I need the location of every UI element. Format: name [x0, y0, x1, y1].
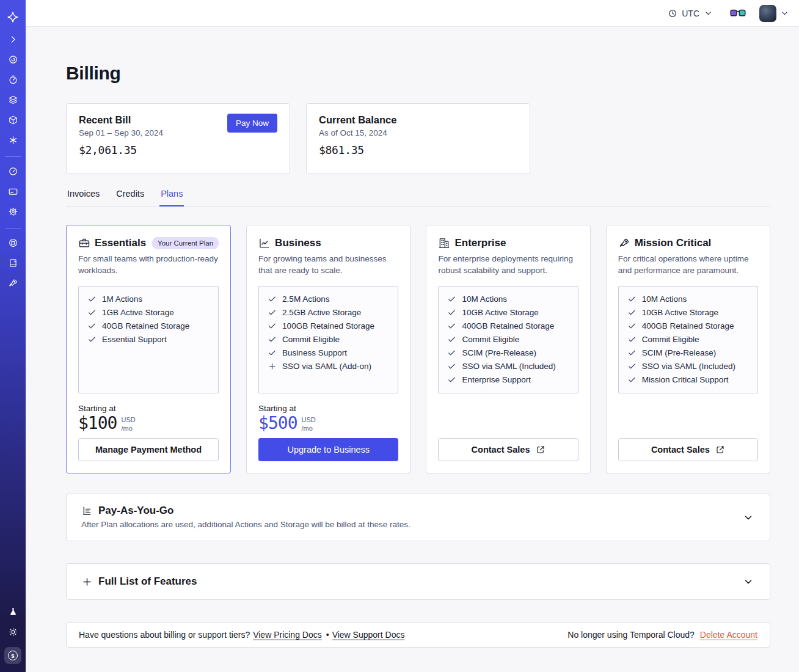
- chevron-down-icon: [780, 9, 789, 18]
- sidebar-item-flask-icon[interactable]: [8, 607, 18, 617]
- footer-bar: Have questions about billing or support …: [66, 622, 770, 648]
- sidebar-item-gear-icon[interactable]: [8, 206, 18, 217]
- sidebar-item-sun-icon[interactable]: [8, 627, 18, 637]
- check-icon: [87, 308, 97, 317]
- feature-item: 10M Actions: [447, 294, 569, 304]
- recent-bill-card: Recent Bill Sep 01 – Sep 30, 2024 $2,061…: [66, 103, 290, 174]
- plan-card-essentials: Essentials Your Current Plan For small t…: [66, 225, 231, 473]
- section-title: Pay-As-You-Go: [98, 505, 173, 517]
- plan-description: For growing teams and businesses that ar…: [258, 254, 398, 277]
- sidebar-item-spiral-icon[interactable]: [8, 54, 18, 65]
- section-title: Full List of Features: [98, 575, 197, 588]
- check-icon: [268, 321, 277, 331]
- sidebar-divider: [5, 156, 21, 157]
- view-pricing-docs-link[interactable]: View Pricing Docs: [253, 630, 322, 640]
- billing-tabs: Invoices Credits Plans: [66, 189, 770, 206]
- feature-item: 400GB Retained Storage: [627, 321, 749, 331]
- check-icon: [87, 294, 97, 304]
- plan-price: $100: [78, 414, 117, 433]
- sidebar: $: [0, 0, 26, 672]
- feature-item: Business Support: [268, 348, 389, 357]
- view-support-docs-link[interactable]: View Support Docs: [332, 630, 405, 640]
- sidebar-item-cube-icon[interactable]: [8, 115, 18, 125]
- pay-now-button[interactable]: Pay Now: [227, 114, 277, 133]
- plan-name: Business: [275, 237, 321, 249]
- sidebar-item-asterisk-icon[interactable]: [8, 135, 18, 145]
- sidebar-item-rocket-icon[interactable]: [8, 278, 18, 288]
- chevron-down-icon[interactable]: [743, 512, 754, 523]
- external-link-icon: [536, 445, 545, 455]
- feature-item: 40GB Retained Storage: [87, 321, 210, 331]
- check-icon: [447, 294, 456, 304]
- sidebar-item-gauge-icon[interactable]: [8, 166, 18, 177]
- upgrade-to-business-button[interactable]: Upgrade to Business: [258, 438, 398, 461]
- full-features-section[interactable]: Full List of Features: [66, 563, 770, 600]
- temporal-logo-icon[interactable]: [7, 11, 19, 23]
- contact-sales-button[interactable]: Contact Sales: [438, 438, 578, 461]
- check-icon: [627, 375, 637, 384]
- sidebar-item-lifebuoy-icon[interactable]: [8, 238, 18, 248]
- footer-delete: No longer using Temporal Cloud?Delete Ac…: [567, 630, 757, 640]
- check-icon: [268, 335, 277, 344]
- footer-separator: •: [326, 630, 329, 640]
- feature-item: 1M Actions: [87, 294, 210, 304]
- feature-item: 100GB Retained Storage: [268, 321, 389, 331]
- sidebar-item-layers-icon[interactable]: [8, 95, 18, 105]
- glasses-icon[interactable]: [730, 9, 746, 18]
- sidebar-item-book-icon[interactable]: [8, 258, 18, 268]
- main-content: Billing Recent Bill Sep 01 – Sep 30, 202…: [26, 27, 799, 648]
- feature-item: 10M Actions: [627, 294, 749, 304]
- current-balance-title: Current Balance: [319, 114, 517, 126]
- check-icon: [627, 308, 637, 317]
- check-icon: [447, 335, 456, 344]
- plan-name: Essentials: [95, 237, 146, 249]
- plus-icon: [81, 576, 93, 588]
- feature-item: Commit Eligible: [447, 335, 569, 344]
- tab-invoices[interactable]: Invoices: [66, 189, 101, 206]
- starting-at-label: Starting at: [258, 404, 398, 413]
- feature-item: SCIM (Pre-Release): [447, 348, 569, 357]
- summary-row: Recent Bill Sep 01 – Sep 30, 2024 $2,061…: [66, 103, 770, 174]
- rocket-icon: [618, 237, 630, 249]
- timezone-selector[interactable]: UTC: [668, 9, 713, 18]
- topbar: UTC: [26, 0, 799, 27]
- check-icon: [447, 321, 456, 331]
- feature-item: 10GB Active Storage: [447, 308, 569, 317]
- footer-help: Have questions about billing or support …: [79, 630, 407, 640]
- contact-sales-button[interactable]: Contact Sales: [618, 438, 758, 461]
- plan-feature-box: 2.5M Actions 2.5GB Active Storage 100GB …: [258, 286, 398, 393]
- plus-icon: [268, 362, 277, 371]
- account-menu[interactable]: [759, 5, 789, 22]
- sidebar-item-billing-active[interactable]: $: [4, 647, 21, 664]
- sidebar-expand-chevron-right-icon[interactable]: [8, 34, 18, 45]
- check-icon: [268, 348, 277, 357]
- sidebar-divider: [5, 228, 21, 228]
- feature-item: Commit Eligible: [268, 335, 389, 344]
- check-icon: [268, 294, 277, 304]
- feature-item: SSO via SAML (Included): [447, 362, 569, 371]
- section-subtitle: After Plan allocations are used, additio…: [81, 520, 755, 529]
- check-icon: [627, 348, 637, 357]
- tab-credits[interactable]: Credits: [115, 189, 145, 206]
- chevron-down-icon[interactable]: [743, 576, 754, 587]
- delete-account-link[interactable]: Delete Account: [700, 630, 757, 640]
- tab-plans[interactable]: Plans: [159, 189, 184, 206]
- delete-prompt: No longer using Temporal Cloud?: [567, 630, 695, 640]
- plans-grid: Essentials Your Current Plan For small t…: [66, 225, 770, 473]
- sidebar-item-credit-card-icon[interactable]: [8, 186, 18, 197]
- feature-item: Commit Eligible: [627, 335, 749, 344]
- plan-feature-box: 1M Actions 1GB Active Storage 40GB Retai…: [78, 286, 219, 393]
- plan-description: For enterprise deployments requiring rob…: [438, 254, 578, 277]
- feature-item-addon: SSO via SAML (Add-on): [268, 362, 389, 371]
- price-currency: USD: [121, 415, 135, 424]
- sidebar-item-timer-icon[interactable]: [8, 75, 18, 85]
- footer-question: Have questions about billing or support …: [79, 630, 250, 640]
- pay-as-you-go-section[interactable]: Pay-As-You-Go After Plan allocations are…: [66, 494, 770, 541]
- check-icon: [627, 294, 637, 304]
- feature-item: SCIM (Pre-Release): [627, 348, 749, 357]
- plan-name: Enterprise: [454, 237, 506, 249]
- chart-line-icon: [258, 237, 271, 249]
- page-title: Billing: [66, 62, 770, 84]
- manage-payment-method-button[interactable]: Manage Payment Method: [78, 438, 219, 461]
- current-balance-card: Current Balance As of Oct 15, 2024 $861.…: [306, 103, 530, 174]
